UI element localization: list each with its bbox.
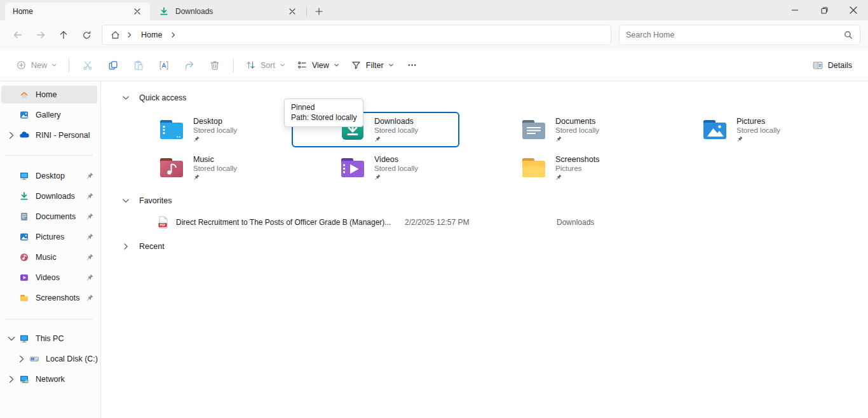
navigation-pane: Home Gallery RINI - Personal Desktop (0, 81, 101, 418)
videos-icon (19, 273, 29, 283)
quick-access-tile-videos[interactable]: Videos Stored locally (292, 150, 459, 185)
copy-icon (107, 60, 119, 71)
search-input[interactable] (626, 30, 843, 39)
rename-button[interactable] (151, 54, 177, 77)
search-icon[interactable] (843, 30, 853, 40)
tab-close-button[interactable] (130, 4, 145, 19)
toolbar-separator (233, 58, 234, 72)
quick-access-tile-documents[interactable]: Documents Stored locally (473, 112, 641, 147)
minimize-icon (791, 6, 799, 14)
details-label: Details (828, 61, 852, 70)
up-arrow-icon (58, 29, 69, 41)
close-window-button[interactable] (839, 0, 868, 20)
pin-icon (193, 136, 200, 142)
quick-access-tile-desktop[interactable]: Desktop Stored locally (111, 112, 278, 147)
section-header-quick-access[interactable]: Quick access (121, 93, 868, 103)
new-tab-button[interactable] (309, 3, 329, 20)
sidebar-item-local-disk-c[interactable]: Local Disk (C:) (1, 350, 97, 368)
sidebar-item-label: Downloads (36, 192, 75, 201)
quick-access-tile-pictures[interactable]: Pictures Stored locally (654, 112, 822, 147)
search-box[interactable] (619, 25, 860, 45)
breadcrumb-segment[interactable]: Home (135, 27, 168, 43)
breadcrumb-home-button[interactable] (106, 27, 125, 43)
forward-arrow-icon (35, 29, 46, 41)
sidebar-item-pictures[interactable]: Pictures (1, 228, 97, 246)
cut-button[interactable] (75, 54, 100, 77)
filter-button[interactable]: Filter (345, 54, 400, 77)
rename-icon (158, 60, 170, 71)
sidebar-item-music[interactable]: Music (1, 248, 97, 266)
tab-home[interactable]: Home (5, 3, 150, 20)
restore-button[interactable] (810, 0, 839, 20)
details-button[interactable]: Details (806, 54, 858, 77)
sidebar-item-desktop[interactable]: Desktop (1, 167, 97, 185)
chevron-down-icon (121, 196, 130, 205)
sort-label: Sort (261, 61, 275, 70)
forward-button[interactable] (29, 24, 52, 46)
sidebar-separator (5, 319, 93, 320)
view-icon (297, 60, 308, 71)
plus-icon (315, 8, 323, 15)
chevron-down-icon (280, 62, 285, 68)
chevron-slot (6, 171, 17, 181)
share-button[interactable] (177, 54, 202, 77)
sort-icon (245, 60, 256, 71)
quick-access-tile-music[interactable]: Music Stored locally (111, 150, 278, 185)
minimize-button[interactable] (780, 0, 810, 20)
new-label: New (31, 61, 47, 70)
copy-button[interactable] (100, 54, 126, 77)
onedrive-icon (19, 130, 29, 140)
sidebar-item-home[interactable]: Home (1, 86, 97, 104)
new-button[interactable]: New (10, 54, 63, 77)
videos-folder-icon (339, 154, 367, 182)
tile-detail: Stored locally (555, 126, 599, 135)
items-view: Pinned Path: Stored locally Quick access… (101, 81, 868, 418)
tile-name: Music (193, 155, 237, 164)
network-icon (19, 374, 29, 384)
up-button[interactable] (52, 24, 75, 46)
sidebar-item-network[interactable]: Network (1, 370, 97, 388)
section-header-recent[interactable]: Recent (121, 241, 868, 252)
close-icon (850, 6, 857, 14)
delete-button[interactable] (202, 54, 227, 77)
pin-icon (86, 192, 93, 200)
tab-downloads[interactable]: Downloads (150, 3, 305, 20)
favorites-file-row[interactable]: PDF Direct Recruitment to The Posts of O… (111, 213, 868, 231)
tile-detail: Pictures (555, 164, 599, 173)
sidebar-item-documents[interactable]: Documents (1, 208, 97, 226)
sidebar-item-downloads[interactable]: Downloads (1, 187, 97, 205)
downloads-icon (19, 191, 29, 201)
tab-label: Home (13, 7, 33, 16)
chevron-down-icon (121, 93, 130, 102)
downloads-icon (159, 6, 169, 17)
sidebar-item-screenshots[interactable]: Screenshots (1, 289, 97, 307)
refresh-button[interactable] (75, 24, 98, 46)
tile-detail: Stored locally (736, 126, 780, 135)
section-header-favorites[interactable]: Favorites (121, 196, 868, 206)
refresh-icon (81, 30, 92, 41)
tab-divider (306, 6, 307, 17)
back-button[interactable] (6, 24, 29, 46)
tab-close-button[interactable] (285, 4, 300, 19)
chevron-slot (6, 90, 17, 100)
pin-icon (555, 136, 562, 142)
sidebar-item-videos[interactable]: Videos (1, 269, 97, 287)
paste-button[interactable] (126, 54, 151, 77)
sidebar-item-onedrive[interactable]: RINI - Personal (1, 126, 97, 144)
sidebar-item-label: Music (36, 253, 57, 262)
view-button[interactable]: View (291, 54, 345, 77)
quick-access-tile-screenshots[interactable]: Screenshots Pictures (473, 150, 641, 185)
address-bar[interactable]: Home (102, 25, 611, 45)
sidebar-item-gallery[interactable]: Gallery (1, 106, 97, 124)
more-options-button[interactable] (400, 54, 425, 77)
pin-icon (86, 274, 93, 281)
tooltip: Pinned Path: Stored locally (284, 98, 363, 127)
sidebar-item-label: Documents (36, 212, 76, 221)
details-pane-icon (812, 60, 824, 71)
tile-text: Screenshots Pictures (555, 155, 599, 180)
sidebar-item-label: Videos (36, 273, 60, 282)
pictures-icon (19, 232, 29, 242)
sort-button[interactable]: Sort (240, 54, 291, 77)
new-plus-icon (16, 60, 27, 71)
sidebar-item-this-pc[interactable]: This PC (1, 330, 97, 347)
